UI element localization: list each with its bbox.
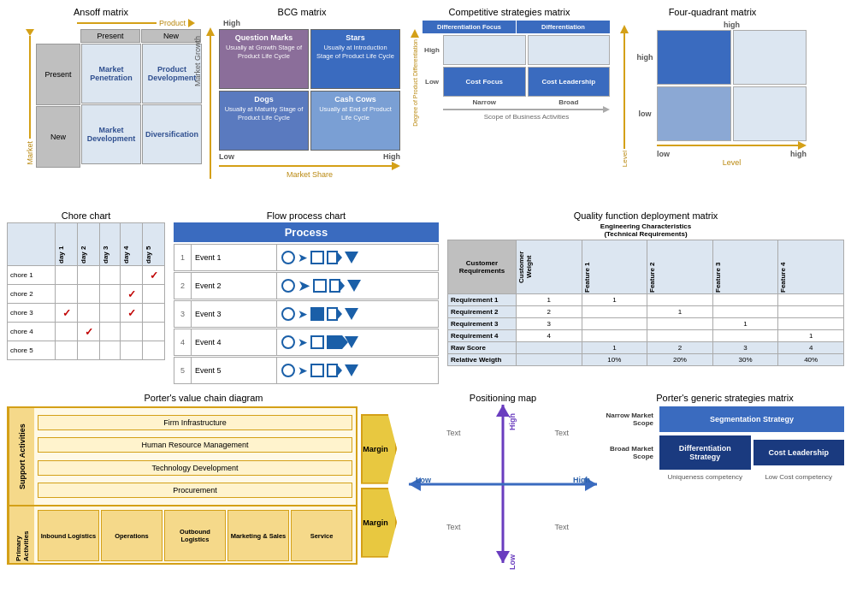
bcg-bottom-high: High xyxy=(383,152,400,161)
four-quadrant-matrix: Four-quadrant matrix Level high high low xyxy=(618,7,807,204)
quality-req-1-f3 xyxy=(712,294,778,306)
four-quad-bottom-high: high xyxy=(790,150,807,158)
flow-rect-filled-3 xyxy=(310,307,324,321)
ansoff-market-label: Market xyxy=(26,139,34,168)
porter-differentiation-cell: Differentiation Strategy xyxy=(659,435,751,470)
chore-row-4-label: chore 4 xyxy=(8,323,56,341)
quality-eng-label: Engineering Characteristics xyxy=(447,222,844,230)
pos-text-br: Text xyxy=(554,523,569,531)
competitive-x-label: Scope of Business Activities xyxy=(443,113,610,121)
quality-feature-4-header: Feature 4 xyxy=(778,240,844,294)
quality-req-4-row: Requirement 4 4 1 xyxy=(448,330,844,342)
quality-rel-f2: 20% xyxy=(647,354,713,366)
porter-generic-title: Porter's generic strategies matrix xyxy=(606,393,844,403)
porter-uniqueness-label: Uniqueness competency xyxy=(659,473,751,481)
porter-narrow-label: Narrow Market Scope xyxy=(606,412,657,427)
quality-req-1-w: 1 xyxy=(517,294,582,306)
chore-4-4 xyxy=(121,323,143,341)
chore-1-4 xyxy=(121,266,143,285)
porter-broad-label: Broad Market Scope xyxy=(606,445,657,460)
bcg-x-label: Market Share xyxy=(219,170,400,179)
bcg-title: BCG matrix xyxy=(204,7,400,17)
four-quad-high-label: high xyxy=(724,21,740,29)
quality-cust-req-header: Customer Requirements xyxy=(448,240,517,294)
quality-rel-f3: 30% xyxy=(712,354,778,366)
quality-req-2-f4 xyxy=(778,306,844,318)
chore-day-3: day 3 xyxy=(100,223,121,266)
positioning-map: Positioning map High Low Low High Text T… xyxy=(409,393,597,577)
chore-row-3: chore 3 ✓ ✓ xyxy=(8,304,165,323)
porter-support-activities-label: Support Activities xyxy=(9,408,34,505)
flow-circle-5 xyxy=(281,364,295,377)
porter-generic-matrix: Porter's generic strategies matrix Narro… xyxy=(606,393,844,577)
chore-row-2-label: chore 2 xyxy=(8,285,56,304)
flow-tri-1 xyxy=(345,252,358,264)
chore-1-5: ✓ xyxy=(143,266,165,285)
ansoff-product-label: Product xyxy=(157,19,188,27)
ansoff-col-header-0: Present xyxy=(80,29,140,43)
quality-rel-w xyxy=(517,354,582,366)
flow-num-1: 1 xyxy=(174,245,192,270)
chore-1-1 xyxy=(56,266,78,285)
quality-req-1-f4 xyxy=(778,294,844,306)
chore-2-4: ✓ xyxy=(121,285,143,304)
quality-title: Quality function deployment matrix xyxy=(447,210,844,221)
porter-value-chain: Porter's value chain diagram Support Act… xyxy=(7,393,400,577)
porter-lowcost-label: Low Cost competency xyxy=(753,473,845,481)
four-quad-cell-br xyxy=(733,86,807,141)
quality-raw-f4: 4 xyxy=(778,342,844,354)
quality-raw-f1: 1 xyxy=(582,342,647,354)
competitive-narrow: Narrow xyxy=(443,98,526,106)
quality-req-4-f4: 1 xyxy=(778,330,844,342)
quality-req-2-row: Requirement 2 2 1 xyxy=(448,306,844,318)
quality-feature-2-header: Feature 2 xyxy=(647,240,713,294)
flow-event-5: Event 5 xyxy=(192,358,277,383)
chore-row-4: chore 4 ✓ xyxy=(8,323,165,341)
quality-req-3-row: Requirement 3 3 1 xyxy=(448,318,844,330)
quality-req-3-f4 xyxy=(778,318,844,330)
competitive-cost-focus: Cost Focus xyxy=(443,67,526,97)
quality-req-1-label: Requirement 1 xyxy=(448,294,517,306)
quality-req-2-w: 2 xyxy=(517,306,582,318)
ansoff-col-header-1: New xyxy=(141,29,201,43)
quality-rel-weight-row: Relative Weigth 10% 20% 30% 40% xyxy=(448,354,844,366)
chore-3-4: ✓ xyxy=(121,304,143,323)
chore-title: Chore chart xyxy=(7,210,165,221)
ansoff-row-header-0: Present xyxy=(36,44,80,105)
quality-req-3-f1 xyxy=(582,318,647,330)
flow-event-4: Event 4 xyxy=(192,329,277,355)
competitive-top-1: Differentiation xyxy=(517,21,610,33)
chore-3-5 xyxy=(143,304,165,323)
flow-pent-5 xyxy=(327,364,342,377)
porter-operations: Operations xyxy=(101,510,163,561)
pos-low-horizontal: Low xyxy=(416,476,431,484)
quality-function-matrix: Quality function deployment matrix Engin… xyxy=(447,210,844,386)
quality-rel-weight-label: Relative Weigth xyxy=(448,354,517,366)
quality-req-2-f3 xyxy=(712,306,778,318)
flow-process-label: Process xyxy=(174,222,439,242)
quality-req-1-f2 xyxy=(647,294,713,306)
chore-row-1: chore 1 ✓ xyxy=(8,266,165,285)
chore-1-2 xyxy=(78,266,100,285)
chore-row-1-label: chore 1 xyxy=(8,266,56,285)
chore-2-1 xyxy=(56,285,78,304)
flow-process-chart: Flow process chart Process 1 Event 1 ➤ xyxy=(174,210,439,386)
quality-req-4-f2 xyxy=(647,330,713,342)
four-quad-y-label: Level xyxy=(621,151,629,167)
bcg-cell-stars: Stars Usually at Introduction Stage of P… xyxy=(310,29,400,89)
positioning-inner: High Low Low High Text Text Text Text xyxy=(409,405,597,563)
four-quad-x-label: Level xyxy=(657,158,807,167)
porter-inbound: Inbound Logistics xyxy=(38,510,99,561)
flow-tri-filled-5 xyxy=(345,364,358,376)
chore-2-2 xyxy=(78,285,100,304)
flow-rect-2 xyxy=(313,279,327,293)
porter-segmentation-cell: Segmentation Strategy xyxy=(659,406,844,432)
quality-req-2-label: Requirement 2 xyxy=(448,306,517,318)
porter-service: Service xyxy=(291,510,352,561)
four-quad-cell-bl xyxy=(657,86,731,141)
flow-big-arrow-2: ➤ xyxy=(298,278,310,293)
flow-tri-3 xyxy=(345,308,358,320)
chore-row-5: chore 5 xyxy=(8,341,165,360)
quality-feature-1-header: Feature 1 xyxy=(582,240,647,294)
ansoff-title: Ansoff matrix xyxy=(7,7,195,17)
